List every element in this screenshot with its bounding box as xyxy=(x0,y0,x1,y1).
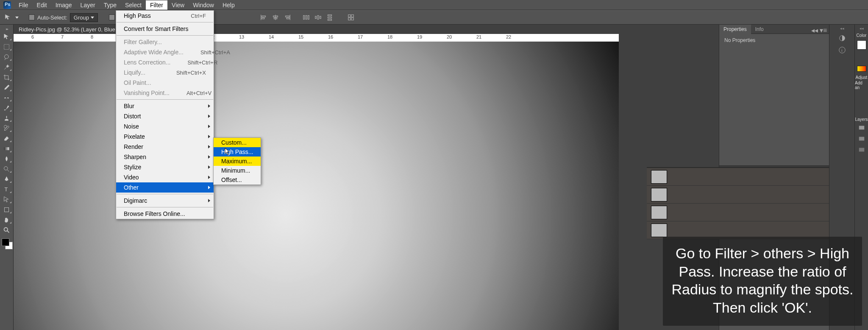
menu-window[interactable]: Window xyxy=(189,0,218,10)
healing-brush-tool[interactable] xyxy=(1,92,13,103)
svg-rect-13 xyxy=(317,16,319,20)
submenu-item-high-pass[interactable]: High Pass... xyxy=(214,147,261,157)
menu-item-noise[interactable]: Noise xyxy=(116,121,214,131)
menu-item-liquify[interactable]: Liquify...Shift+Ctrl+X xyxy=(116,67,214,78)
distribute-vc-icon[interactable] xyxy=(313,13,323,22)
menu-item-filter-gallery[interactable]: Filter Gallery... xyxy=(116,37,214,47)
collapse-icon[interactable]: ◂◂ xyxy=(811,26,818,32)
type-tool[interactable]: T xyxy=(1,184,13,194)
ruler-tick: 14 xyxy=(269,34,274,39)
menu-item-pixelate[interactable]: Pixelate xyxy=(116,131,214,142)
svg-rect-14 xyxy=(320,16,321,18)
hand-tool[interactable] xyxy=(1,215,13,225)
menu-item-digimarc[interactable]: Digimarc xyxy=(116,196,214,206)
submenu-item-minimum[interactable]: Minimum... xyxy=(214,166,261,175)
right-expand[interactable]: ◂◂ xyxy=(855,26,868,32)
menu-item-video[interactable]: Video xyxy=(116,172,214,182)
tool-preset-dropdown[interactable] xyxy=(15,17,19,19)
menu-filter[interactable]: Filter xyxy=(146,0,167,10)
layer-thumb-icon-2[interactable] xyxy=(857,134,867,144)
menu-item-other[interactable]: Other xyxy=(116,182,214,193)
layer-slab xyxy=(647,167,829,239)
marquee-tool[interactable] xyxy=(1,42,13,52)
info-icon[interactable]: i xyxy=(836,44,848,56)
menu-file[interactable]: File xyxy=(14,0,33,10)
submenu-item-offset[interactable]: Offset... xyxy=(214,175,261,185)
svg-rect-1 xyxy=(262,16,266,17)
menu-item-oil-paint[interactable]: Oil Paint... xyxy=(116,78,214,88)
eyedropper-tool[interactable] xyxy=(1,82,13,92)
menu-item-blur[interactable]: Blur xyxy=(116,101,214,111)
layer-row[interactable] xyxy=(647,186,829,204)
layer-row[interactable] xyxy=(647,204,829,221)
dodge-tool[interactable] xyxy=(1,164,13,174)
tools-expand[interactable] xyxy=(1,26,13,31)
align-hcenter-icon[interactable] xyxy=(271,13,280,22)
svg-rect-8 xyxy=(287,18,289,19)
auto-select-dropdown[interactable]: Group xyxy=(70,13,98,22)
layer-thumb-icon[interactable] xyxy=(857,123,867,133)
menu-layer[interactable]: Layer xyxy=(76,0,100,10)
menu-help[interactable]: Help xyxy=(218,0,239,10)
zoom-tool[interactable] xyxy=(1,225,13,235)
adjust-label[interactable]: Adjust xyxy=(856,75,868,80)
menu-item-adaptive-wide[interactable]: Adaptive Wide Angle...Shift+Ctrl+A xyxy=(116,47,214,57)
submenu-item-maximum[interactable]: Maximum... xyxy=(214,157,261,166)
brush-tool[interactable] xyxy=(1,103,13,113)
panel-menu-icon[interactable]: ▾≡ xyxy=(820,26,826,32)
auto-select-checkbox[interactable] xyxy=(29,14,35,20)
crop-tool[interactable] xyxy=(1,72,13,82)
gradient-swatch[interactable] xyxy=(857,66,866,72)
align-right-icon[interactable] xyxy=(283,13,292,22)
lasso-tool[interactable] xyxy=(1,52,13,62)
menu-item-lens-correction[interactable]: Lens Correction...Shift+Ctrl+R xyxy=(116,57,214,67)
adjustments-icon[interactable] xyxy=(836,32,848,44)
menu-type[interactable]: Type xyxy=(100,0,121,10)
svg-rect-20 xyxy=(348,18,351,20)
layer-row[interactable] xyxy=(647,168,829,186)
menu-image[interactable]: Image xyxy=(51,0,76,10)
layer-thumb-icon-3[interactable] xyxy=(857,145,867,155)
blur-tool[interactable] xyxy=(1,154,13,164)
shape-tool[interactable] xyxy=(1,204,13,215)
gradient-tool[interactable] xyxy=(1,143,13,154)
eraser-tool[interactable] xyxy=(1,133,13,143)
move-tool[interactable] xyxy=(1,31,13,42)
align-left-icon[interactable] xyxy=(259,13,268,22)
canvas[interactable] xyxy=(14,42,619,330)
clone-stamp-tool[interactable] xyxy=(1,113,13,123)
tab-properties[interactable]: Properties xyxy=(719,25,751,34)
no-properties-label: No Properties xyxy=(724,37,755,43)
svg-rect-33 xyxy=(859,137,864,141)
distribute-v-icon[interactable] xyxy=(325,13,334,22)
menu-item-vanishing-point[interactable]: Vanishing Point...Alt+Ctrl+V xyxy=(116,88,214,98)
menu-select[interactable]: Select xyxy=(121,0,146,10)
menu-item-distort[interactable]: Distort xyxy=(116,111,214,121)
pen-tool[interactable] xyxy=(1,174,13,184)
show-transform-checkbox[interactable] xyxy=(109,14,115,20)
strip-expand[interactable]: ◂◂ xyxy=(829,26,854,32)
menu-edit[interactable]: Edit xyxy=(33,0,51,10)
ruler-tick: 8 xyxy=(91,34,93,39)
color-label[interactable]: Color xyxy=(857,33,867,38)
tab-info[interactable]: Info xyxy=(751,25,768,34)
layers-label[interactable]: Layers xyxy=(855,117,868,122)
svg-rect-17 xyxy=(328,20,332,21)
menu-item-last-filter[interactable]: High PassCtrl+F xyxy=(116,11,214,21)
menu-view[interactable]: View xyxy=(167,0,189,10)
menu-item-render[interactable]: Render xyxy=(116,142,214,152)
menu-item-convert-smart[interactable]: Convert for Smart Filters xyxy=(116,24,214,34)
auto-align-icon[interactable] xyxy=(346,13,356,22)
magic-wand-tool[interactable] xyxy=(1,62,13,72)
tools-panel: T xyxy=(0,25,14,330)
menu-item-sharpen[interactable]: Sharpen xyxy=(116,152,214,162)
submenu-item-custom[interactable]: Custom... xyxy=(214,138,261,147)
color-swatches[interactable] xyxy=(1,238,13,250)
color-swatch[interactable] xyxy=(857,40,866,50)
menu-item-stylize[interactable]: Stylize xyxy=(116,162,214,172)
menu-item-browse-filters[interactable]: Browse Filters Online... xyxy=(116,209,214,219)
ruler-tick: 21 xyxy=(476,34,481,39)
distribute-h-icon[interactable] xyxy=(301,13,311,22)
history-brush-tool[interactable] xyxy=(1,123,13,133)
path-selection-tool[interactable] xyxy=(1,194,13,204)
